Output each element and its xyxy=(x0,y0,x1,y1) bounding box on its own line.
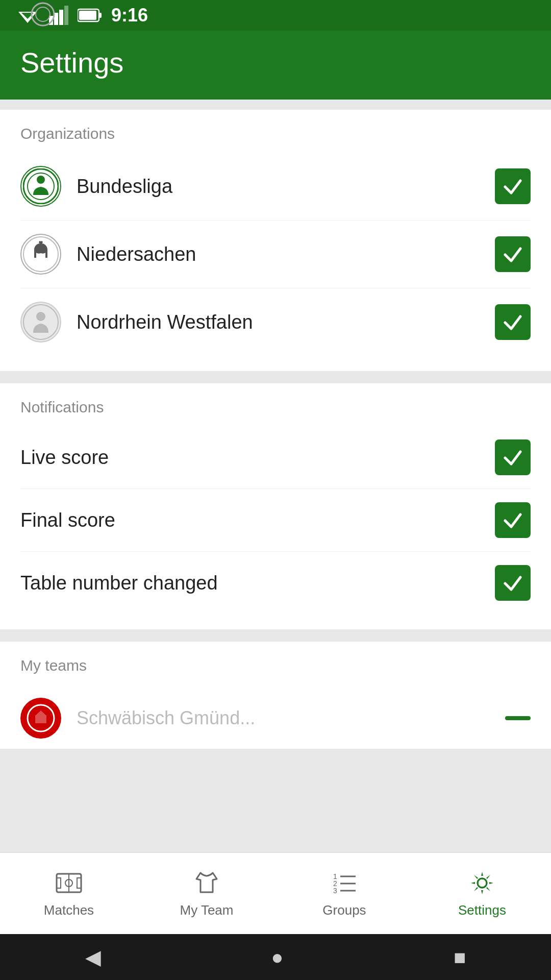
table-changed-label: Table number changed xyxy=(20,572,495,594)
my-teams-section-title: My teams xyxy=(20,657,531,674)
time-display: 9:16 xyxy=(111,5,148,26)
nav-item-settings[interactable]: Settings xyxy=(413,869,551,918)
my-team-indicator xyxy=(505,716,531,720)
final-score-label: Final score xyxy=(20,509,495,531)
list-item[interactable]: Niedersachen xyxy=(20,220,531,288)
niedersachen-label: Niedersachen xyxy=(77,243,495,265)
groups-icon: 1 2 3 xyxy=(330,869,359,897)
page-title: Settings xyxy=(20,46,531,79)
settings-icon xyxy=(468,869,496,897)
notification-circle-icon xyxy=(31,2,55,27)
system-nav: ◀ ● ■ xyxy=(0,934,551,980)
svg-rect-6 xyxy=(59,10,63,25)
recents-button[interactable]: ■ xyxy=(454,946,466,969)
svg-text:3: 3 xyxy=(333,887,337,895)
nordrhein-label: Nordrhein Westfalen xyxy=(77,311,495,333)
svg-point-0 xyxy=(32,3,54,26)
matches-nav-label: Matches xyxy=(44,902,94,918)
live-score-checkbox[interactable] xyxy=(495,439,531,475)
my-team-nav-label: My Team xyxy=(180,902,234,918)
nav-item-groups[interactable]: 1 2 3 Groups xyxy=(276,869,413,918)
list-item[interactable]: Live score xyxy=(20,426,531,489)
my-team-logo xyxy=(20,698,61,739)
matches-icon xyxy=(55,869,83,897)
live-score-label: Live score xyxy=(20,447,495,469)
bottom-nav: Matches My Team 1 2 3 Groups xyxy=(0,852,551,934)
my-team-name: Schwäbisch Gmünd... xyxy=(77,707,505,729)
niedersachen-logo xyxy=(20,234,61,275)
niedersachen-checkbox[interactable] xyxy=(495,236,531,272)
svg-point-1 xyxy=(36,7,50,21)
nav-item-matches[interactable]: Matches xyxy=(0,869,138,918)
settings-nav-label: Settings xyxy=(458,902,506,918)
svg-rect-10 xyxy=(79,11,96,20)
bundesliga-logo xyxy=(20,166,61,207)
groups-nav-label: Groups xyxy=(322,902,366,918)
nordrhein-checkbox[interactable] xyxy=(495,304,531,340)
list-item[interactable]: Schwäbisch Gmünd... xyxy=(20,684,531,744)
notifications-section-title: Notifications xyxy=(20,399,531,416)
list-item[interactable]: Table number changed xyxy=(20,552,531,614)
list-item[interactable]: Bundesliga xyxy=(20,153,531,220)
bundesliga-label: Bundesliga xyxy=(77,176,495,198)
nav-item-my-team[interactable]: My Team xyxy=(138,869,276,918)
content-area: Organizations Bundesliga xyxy=(0,100,551,852)
list-item[interactable]: Nordrhein Westfalen xyxy=(20,288,531,356)
back-button[interactable]: ◀ xyxy=(85,945,101,969)
bundesliga-checkbox[interactable] xyxy=(495,168,531,204)
svg-point-31 xyxy=(478,878,487,888)
nordrhein-logo xyxy=(20,302,61,342)
status-left-icons xyxy=(31,2,55,29)
status-bar: 9:16 xyxy=(0,0,551,31)
svg-point-11 xyxy=(23,169,58,204)
app-header: Settings xyxy=(0,31,551,100)
organizations-section-title: Organizations xyxy=(20,125,531,142)
svg-point-15 xyxy=(23,305,58,339)
final-score-checkbox[interactable] xyxy=(495,502,531,538)
svg-point-13 xyxy=(37,176,45,184)
table-changed-checkbox[interactable] xyxy=(495,565,531,601)
notifications-section: Notifications Live score Final score Tab… xyxy=(0,383,551,629)
svg-point-16 xyxy=(36,312,45,321)
battery-icon xyxy=(78,8,102,22)
my-team-icon xyxy=(192,869,221,897)
home-button[interactable]: ● xyxy=(271,946,283,969)
organizations-section: Organizations Bundesliga xyxy=(0,110,551,371)
list-item[interactable]: Final score xyxy=(20,489,531,552)
my-teams-section: My teams Schwäbisch Gmünd... xyxy=(0,642,551,749)
svg-rect-9 xyxy=(99,13,102,18)
svg-rect-7 xyxy=(64,6,68,25)
